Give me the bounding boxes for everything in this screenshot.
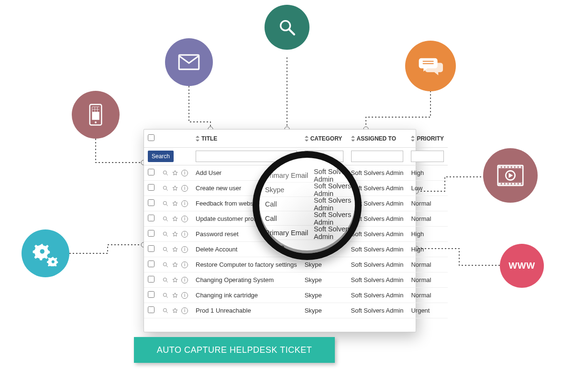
phone-icon xyxy=(88,104,103,126)
magnify-icon[interactable] xyxy=(162,200,169,207)
svg-rect-27 xyxy=(509,166,511,168)
auto-capture-cta[interactable]: AUTO CAPTURE HELPDESK TICKET xyxy=(134,337,335,363)
magnify-icon[interactable] xyxy=(162,261,169,268)
magnify-icon[interactable] xyxy=(162,216,169,222)
table-row: i Update customer profile Call Soft Solv… xyxy=(144,211,448,227)
cell-assigned-to: Soft Solvers Admin xyxy=(347,181,408,196)
info-icon[interactable]: i xyxy=(181,246,188,253)
svg-rect-33 xyxy=(506,183,508,185)
search-button[interactable]: Search xyxy=(148,151,174,162)
cell-priority: High xyxy=(407,165,448,181)
star-icon[interactable] xyxy=(172,216,178,222)
info-icon[interactable]: i xyxy=(181,170,188,176)
svg-rect-30 xyxy=(519,166,521,168)
search-icon xyxy=(277,18,297,37)
cell-assigned-to: Soft Solvers Admin xyxy=(347,257,408,272)
row-checkbox[interactable] xyxy=(148,261,155,267)
cell-priority: High xyxy=(407,227,448,242)
info-icon[interactable]: i xyxy=(181,200,188,207)
magnify-icon[interactable] xyxy=(162,246,169,253)
svg-point-40 xyxy=(52,261,55,263)
video-node xyxy=(483,148,538,203)
video-icon xyxy=(497,164,524,186)
cell-category: Skype xyxy=(301,288,347,303)
svg-line-46 xyxy=(166,204,168,206)
info-icon[interactable]: i xyxy=(181,307,188,314)
sort-icon xyxy=(411,136,415,141)
header-title[interactable]: TITLE xyxy=(192,130,301,148)
magnify-icon[interactable] xyxy=(162,277,169,283)
svg-point-53 xyxy=(163,262,166,266)
star-icon[interactable] xyxy=(172,307,178,314)
star-icon[interactable] xyxy=(172,277,178,283)
info-icon[interactable]: i xyxy=(181,292,188,299)
sort-icon xyxy=(196,136,199,141)
magnify-icon[interactable] xyxy=(162,292,169,299)
star-icon[interactable] xyxy=(172,231,178,238)
magnify-icon[interactable] xyxy=(162,231,169,238)
star-icon[interactable] xyxy=(172,185,178,192)
svg-line-60 xyxy=(166,311,168,313)
svg-rect-34 xyxy=(509,183,511,185)
svg-point-47 xyxy=(163,217,166,220)
row-checkbox[interactable] xyxy=(148,230,155,237)
star-icon[interactable] xyxy=(172,261,178,268)
cell-title: Prod 1 Unreachable xyxy=(192,303,301,318)
row-checkbox[interactable] xyxy=(148,169,155,175)
svg-point-57 xyxy=(163,293,166,296)
svg-rect-28 xyxy=(512,166,514,168)
svg-rect-9 xyxy=(179,55,199,69)
table-row: i Feedback from website Call Soft Solver… xyxy=(144,196,448,211)
row-checkbox[interactable] xyxy=(148,276,155,283)
svg-rect-24 xyxy=(499,166,501,168)
svg-point-43 xyxy=(163,186,166,189)
row-checkbox[interactable] xyxy=(148,199,155,206)
cell-priority: Normal xyxy=(407,272,448,288)
cell-title: Restore Computer to factory settings xyxy=(192,257,301,272)
filter-assigned-to[interactable] xyxy=(351,151,404,162)
row-checkbox[interactable] xyxy=(148,215,155,221)
svg-rect-16 xyxy=(95,109,97,112)
cell-title: Add User xyxy=(192,165,301,181)
info-icon[interactable]: i xyxy=(181,261,188,268)
row-checkbox[interactable] xyxy=(148,291,155,298)
info-icon[interactable]: i xyxy=(181,216,188,222)
chat-node xyxy=(405,41,456,91)
row-checkbox[interactable] xyxy=(148,306,155,313)
star-icon[interactable] xyxy=(172,200,178,207)
star-icon[interactable] xyxy=(172,292,178,299)
cell-assigned-to: Soft Solvers Admin xyxy=(347,242,408,257)
svg-rect-26 xyxy=(506,166,508,168)
header-priority[interactable]: PRIORITY xyxy=(407,130,448,148)
cell-assigned-to: Soft Solvers Admin xyxy=(347,196,408,211)
star-icon[interactable] xyxy=(172,170,178,176)
svg-point-51 xyxy=(163,247,166,250)
star-icon[interactable] xyxy=(172,246,178,253)
cell-assigned-to: Soft Solvers Admin xyxy=(347,165,408,181)
select-all-checkbox[interactable] xyxy=(148,134,155,141)
gears-node xyxy=(22,229,69,277)
cell-title: Delete Account xyxy=(192,242,301,257)
header-assigned-to[interactable]: ASSIGNED TO xyxy=(347,130,408,148)
sort-icon xyxy=(351,136,355,141)
row-checkbox[interactable] xyxy=(148,184,155,191)
cell-priority: Normal xyxy=(407,196,448,211)
phone-node xyxy=(72,91,120,139)
filter-priority[interactable] xyxy=(411,151,444,162)
ticket-table: TITLE CATEGORY ASSIGNED TO PRIORITY Sear… xyxy=(144,130,448,318)
svg-point-49 xyxy=(163,232,166,235)
magnify-icon[interactable] xyxy=(162,307,169,314)
svg-rect-17 xyxy=(98,109,100,112)
filter-title[interactable] xyxy=(196,151,297,162)
table-row: i Changing Operating System Skype Soft S… xyxy=(144,272,448,288)
header-category[interactable]: CATEGORY xyxy=(301,130,347,148)
filter-category[interactable] xyxy=(305,151,343,162)
magnify-icon[interactable] xyxy=(162,185,169,192)
info-icon[interactable]: i xyxy=(181,185,188,192)
row-checkbox[interactable] xyxy=(148,245,155,252)
table-row: i Add User Primary Email Soft Solvers Ad… xyxy=(144,165,448,181)
info-icon[interactable]: i xyxy=(181,231,188,238)
info-icon[interactable]: i xyxy=(181,277,188,283)
magnify-icon[interactable] xyxy=(162,170,169,176)
cell-category: Skype xyxy=(301,181,347,196)
